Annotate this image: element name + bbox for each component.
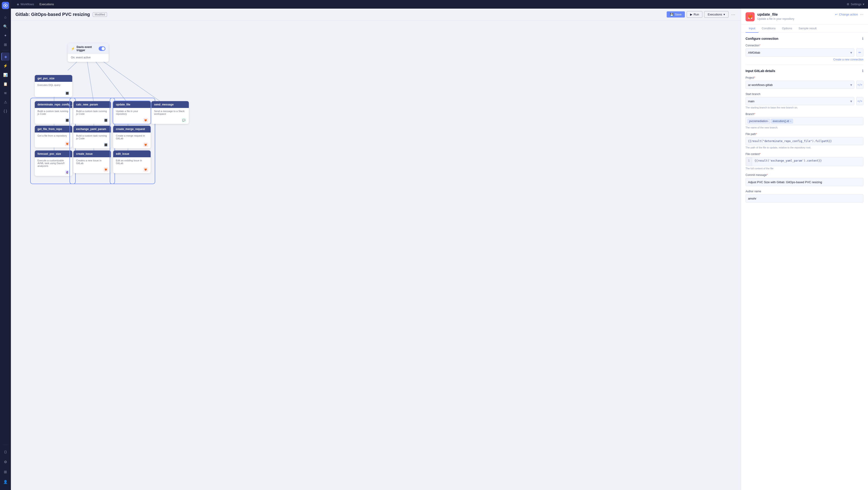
workflows-icon: ◈ bbox=[17, 2, 19, 6]
node-exchange[interactable]: exchange_yaml_param Build a custom task … bbox=[73, 126, 111, 148]
sidebar-item-apps[interactable]: ⊞ bbox=[1, 40, 9, 49]
node-body-determinate: Build a custom task running js Code bbox=[35, 108, 72, 117]
sidebar-item-grid[interactable]: ⊞ bbox=[1, 468, 9, 476]
sidebar-item-traces[interactable]: ≋ bbox=[1, 89, 9, 97]
sidebar-item-automations[interactable]: ⚡ bbox=[1, 62, 9, 70]
node-body-edit-issue: Edit an existing issue in GitLab bbox=[113, 157, 151, 166]
branch-hint: The name of the new branch. bbox=[746, 126, 864, 129]
panel-actions: ↩ Change action ⋯ bbox=[835, 12, 864, 17]
node-forecast[interactable]: forecast_pvc_size Execute a customizable… bbox=[35, 150, 72, 176]
node-badge-create-merge: 🦊 bbox=[144, 143, 148, 147]
node-footer-get-file: 🦊 bbox=[35, 141, 72, 148]
commit-message-form-group: Commit message* bbox=[746, 174, 864, 186]
arrow-icon: ↩ bbox=[835, 13, 838, 16]
branch-tag-input[interactable]: pvcremediation- execution().id × bbox=[746, 117, 864, 125]
tab-sample-result[interactable]: Sample result bbox=[795, 24, 819, 33]
more-button[interactable]: ⋯ bbox=[730, 11, 736, 18]
sidebar-item-home[interactable]: ⌂ bbox=[1, 13, 9, 21]
node-body-forecast: Execute a customizable AI/ML task using … bbox=[35, 157, 72, 169]
tab-options[interactable]: Options bbox=[779, 24, 795, 33]
file-content-label-text: File content bbox=[746, 153, 760, 156]
trigger-node[interactable]: ⚡ Davis event trigger On: event active bbox=[68, 43, 108, 62]
change-action-button[interactable]: ↩ Change action bbox=[835, 13, 858, 16]
node-header-calc: calc_new_param bbox=[73, 101, 111, 108]
sidebar-item-code[interactable]: { } bbox=[1, 107, 9, 115]
node-header-get-pvc-size: get_pvc_size bbox=[35, 75, 72, 82]
file-path-input[interactable] bbox=[746, 137, 864, 145]
sidebar-item-expand[interactable]: ⟨⟩ bbox=[1, 448, 9, 456]
panel-more-button[interactable]: ⋯ bbox=[860, 12, 864, 17]
app-logo[interactable] bbox=[2, 2, 9, 9]
start-branch-code-button[interactable]: </> bbox=[856, 97, 864, 105]
branch-label: Branch* bbox=[746, 113, 864, 116]
node-header-forecast: forecast_pvc_size bbox=[35, 150, 72, 157]
trigger-toggle[interactable] bbox=[99, 47, 105, 51]
node-update-file[interactable]: update_file Update a file in your reposi… bbox=[113, 101, 151, 124]
node-label-calc: calc_new_param bbox=[76, 103, 98, 106]
start-branch-select[interactable]: main bbox=[746, 97, 855, 105]
node-badge-update-file: 🦊 bbox=[144, 118, 148, 123]
commit-message-input[interactable] bbox=[746, 178, 864, 186]
nav-settings[interactable]: ⚙ Settings ▾ bbox=[847, 2, 864, 6]
node-header-get-file: get_file_from_repo bbox=[35, 126, 72, 132]
author-name-input[interactable] bbox=[746, 194, 864, 203]
project-code-button[interactable]: </> bbox=[856, 81, 864, 89]
node-label-edit-issue: edit_issue bbox=[116, 152, 129, 155]
start-branch-row: main </> bbox=[746, 97, 864, 105]
workflow-area: Gitlab: GitOps-based PVC resizing Modifi… bbox=[11, 9, 868, 490]
executions-button[interactable]: Executions ▾ bbox=[704, 11, 728, 18]
save-button[interactable]: 💾 Save bbox=[667, 11, 685, 18]
sidebar-item-workflows[interactable]: ◈ bbox=[1, 53, 9, 61]
node-create-issue[interactable]: create_issue Creates a new issue in GitL… bbox=[73, 150, 111, 173]
workflow-canvas[interactable]: ⚡ Davis event trigger On: event active g… bbox=[11, 21, 741, 490]
file-path-label: File path* bbox=[746, 132, 864, 136]
node-badge-exchange: ⬛ bbox=[104, 143, 108, 147]
info-icon-gitlab[interactable]: ℹ bbox=[862, 69, 864, 73]
nav-workflows-label: Workflows bbox=[21, 2, 34, 6]
node-badge-get-pvc-size: ⬛ bbox=[65, 91, 69, 95]
sidebar-item-user[interactable]: 👤 bbox=[1, 478, 9, 486]
sidebar-item-logs[interactable]: 📋 bbox=[1, 80, 9, 88]
branch-tag-execution: execution().id × bbox=[771, 119, 793, 123]
create-new-connection-link[interactable]: Create a new connection bbox=[746, 58, 864, 61]
canvas-header: Gitlab: GitOps-based PVC resizing Modifi… bbox=[11, 9, 741, 21]
node-determinate[interactable]: determinate_repo_config_... Build a cust… bbox=[35, 101, 72, 124]
node-get-file[interactable]: get_file_from_repo Get a file from a rep… bbox=[35, 126, 72, 148]
file-path-form-group: File path* The path of the file to updat… bbox=[746, 132, 864, 149]
node-body-create-merge: Create a merge request in GitLab bbox=[113, 132, 151, 142]
author-name-form-group: Author name bbox=[746, 190, 864, 203]
node-footer-create-issue: 🦊 bbox=[73, 166, 111, 173]
node-edit-issue[interactable]: edit_issue Edit an existing issue in Git… bbox=[113, 150, 151, 173]
node-badge-determinate: ⬛ bbox=[65, 118, 69, 123]
edit-connection-button[interactable]: ✏ bbox=[856, 49, 864, 57]
node-badge-get-file: 🦊 bbox=[65, 142, 69, 146]
node-footer-calc: ⬛ bbox=[73, 117, 111, 124]
node-create-merge[interactable]: create_merge_request Create a merge requ… bbox=[113, 126, 151, 148]
sidebar-item-ai[interactable]: ✦ bbox=[1, 31, 9, 39]
info-icon-connection[interactable]: ℹ bbox=[862, 36, 864, 41]
sidebar-item-search[interactable]: 🔍 bbox=[1, 22, 9, 30]
nav-workflows[interactable]: ◈ Workflows bbox=[14, 2, 36, 7]
trigger-body: On: event active bbox=[68, 54, 108, 62]
panel-tabs: Input Conditions Options Sample result bbox=[741, 24, 868, 33]
tab-input[interactable]: Input bbox=[746, 24, 758, 33]
header-actions: 💾 Save ▶ Run Executions ▾ ⋯ bbox=[667, 11, 736, 18]
node-badge-edit-issue: 🦊 bbox=[144, 167, 148, 172]
branch-tag-close[interactable]: × bbox=[790, 120, 791, 123]
project-select[interactable]: ar-workflows-gitlab bbox=[746, 81, 855, 89]
connection-select[interactable]: AMGitlab bbox=[746, 49, 855, 57]
file-content-area[interactable]: 1 {{result('exchange_yaml_param').conten… bbox=[746, 157, 864, 166]
sidebar-item-problems[interactable]: ⚠ bbox=[1, 98, 9, 106]
page-title: Gitlab: GitOps-based PVC resizing bbox=[16, 12, 90, 17]
sidebar-item-metrics[interactable]: 📊 bbox=[1, 71, 9, 79]
node-send-message[interactable]: send_message Send a message to a Slack w… bbox=[151, 101, 189, 124]
connection-label: Connection* bbox=[746, 44, 864, 47]
tab-conditions[interactable]: Conditions bbox=[758, 24, 779, 33]
node-calc[interactable]: calc_new_param Build a custom task runni… bbox=[73, 101, 111, 124]
nav-executions[interactable]: Executions bbox=[37, 2, 56, 7]
nav-executions-label: Executions bbox=[39, 2, 54, 6]
author-name-label-text: Author name bbox=[746, 190, 761, 193]
sidebar-item-gear[interactable]: ⚙ bbox=[1, 458, 9, 466]
node-get-pvc-size[interactable]: get_pvc_size Executes DQL query ⬛ bbox=[35, 75, 72, 97]
run-button[interactable]: ▶ Run bbox=[687, 11, 703, 18]
